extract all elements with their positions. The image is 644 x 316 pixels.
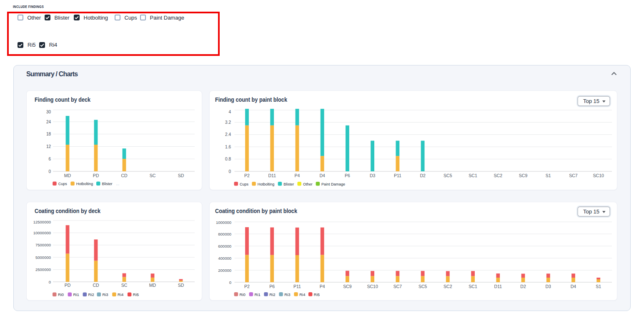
svg-text:CD: CD [93, 283, 99, 288]
svg-text:Cups: Cups [240, 182, 249, 186]
svg-text:...: ... [116, 181, 119, 186]
svg-text:Coating condition by paint blo: Coating condition by paint block [215, 207, 297, 214]
svg-text:Ri1: Ri1 [255, 292, 261, 297]
svg-text:P4: P4 [295, 173, 300, 178]
svg-text:Finding count by paint block: Finding count by paint block [215, 96, 287, 103]
svg-text:D3: D3 [370, 173, 376, 178]
svg-text:Ri2: Ri2 [269, 292, 275, 297]
svg-text:7500000: 7500000 [35, 243, 51, 247]
svg-text:Ri2: Ri2 [88, 292, 94, 297]
svg-text:Hotbolting: Hotbolting [76, 182, 93, 186]
svg-text:Ri3: Ri3 [102, 292, 108, 297]
svg-text:SC1: SC1 [469, 173, 477, 178]
svg-text:SC: SC [150, 173, 156, 178]
svg-text:0: 0 [48, 169, 51, 174]
svg-text:SC7: SC7 [569, 173, 578, 178]
svg-text:Blister: Blister [283, 182, 294, 186]
svg-text:CD: CD [121, 173, 128, 178]
svg-text:SC: SC [121, 283, 128, 288]
svg-text:SC9: SC9 [343, 284, 352, 289]
svg-text:2.4: 2.4 [225, 132, 231, 137]
svg-text:P2: P2 [244, 173, 250, 178]
svg-text:800000: 800000 [218, 232, 231, 236]
svg-text:18: 18 [46, 132, 51, 136]
svg-text:Ri0: Ri0 [240, 292, 246, 297]
svg-text:Hotbolting: Hotbolting [258, 182, 275, 186]
svg-text:Ri5: Ri5 [133, 292, 139, 297]
svg-text:1000000: 1000000 [216, 220, 231, 225]
svg-text:SC10: SC10 [593, 173, 604, 178]
svg-text:Top 15: Top 15 [583, 98, 599, 104]
svg-text:Ri3: Ri3 [284, 292, 290, 297]
svg-text:Cups: Cups [58, 182, 68, 186]
svg-text:D11: D11 [494, 284, 502, 289]
svg-text:30: 30 [46, 110, 51, 114]
svg-text:P4: P4 [320, 284, 325, 289]
svg-text:SC1: SC1 [469, 284, 477, 289]
svg-text:D4: D4 [319, 173, 325, 178]
svg-text:200000: 200000 [218, 268, 231, 273]
svg-text:SC9: SC9 [519, 173, 528, 178]
svg-text:MD: MD [149, 283, 156, 288]
svg-text:0.8: 0.8 [225, 157, 231, 161]
svg-text:1.6: 1.6 [225, 145, 231, 149]
svg-text:Blister: Blister [102, 182, 113, 186]
svg-text:5000000: 5000000 [35, 255, 51, 260]
svg-text:0: 0 [49, 280, 51, 284]
svg-text:PD: PD [93, 173, 99, 178]
svg-text:P2: P2 [244, 284, 250, 289]
svg-text:SC5: SC5 [444, 173, 452, 178]
svg-text:Top 15: Top 15 [583, 208, 599, 215]
svg-text:Paint Damage: Paint Damage [321, 182, 345, 186]
svg-text:S1: S1 [596, 284, 601, 289]
svg-text:S1: S1 [546, 173, 551, 178]
svg-text:6: 6 [48, 157, 51, 161]
svg-text:D11: D11 [268, 173, 276, 178]
svg-text:P11: P11 [293, 284, 301, 289]
svg-text:D4: D4 [571, 284, 576, 289]
svg-text:Other: Other [303, 182, 313, 186]
svg-text:D2: D2 [520, 284, 526, 289]
svg-text:2500000: 2500000 [35, 267, 51, 272]
svg-text:Finding count by deck: Finding count by deck [35, 96, 90, 103]
svg-text:P6: P6 [345, 173, 350, 178]
svg-text:SC5: SC5 [418, 284, 427, 289]
svg-text:400000: 400000 [218, 256, 231, 261]
svg-text:P6: P6 [269, 284, 275, 289]
svg-text:4: 4 [228, 110, 231, 114]
svg-text:Ri1: Ri1 [73, 292, 79, 297]
svg-text:SD: SD [178, 283, 184, 288]
svg-text:MD: MD [64, 173, 71, 178]
svg-text:Coating condition by deck: Coating condition by deck [35, 207, 100, 214]
svg-text:Ri5: Ri5 [314, 292, 320, 297]
svg-text:0: 0 [228, 169, 231, 174]
svg-text:600000: 600000 [218, 244, 231, 248]
svg-text:P11: P11 [394, 173, 401, 178]
svg-text:D2: D2 [420, 173, 426, 178]
svg-text:0: 0 [229, 280, 231, 285]
svg-text:Ri4: Ri4 [299, 292, 305, 297]
svg-text:SC7: SC7 [393, 284, 402, 289]
svg-text:Ri4: Ri4 [118, 292, 123, 297]
svg-text:Ri0: Ri0 [58, 292, 64, 297]
svg-text:SD: SD [178, 173, 184, 178]
svg-text:SC10: SC10 [367, 284, 378, 289]
svg-text:12500000: 12500000 [33, 220, 51, 224]
svg-text:12: 12 [46, 144, 51, 149]
svg-text:24: 24 [46, 120, 51, 124]
svg-text:D3: D3 [546, 284, 551, 289]
svg-text:10000000: 10000000 [33, 231, 51, 235]
svg-text:3.2: 3.2 [225, 120, 231, 125]
svg-text:PD: PD [65, 283, 71, 288]
svg-text:SC2: SC2 [494, 173, 503, 178]
svg-text:SC2: SC2 [444, 284, 452, 289]
